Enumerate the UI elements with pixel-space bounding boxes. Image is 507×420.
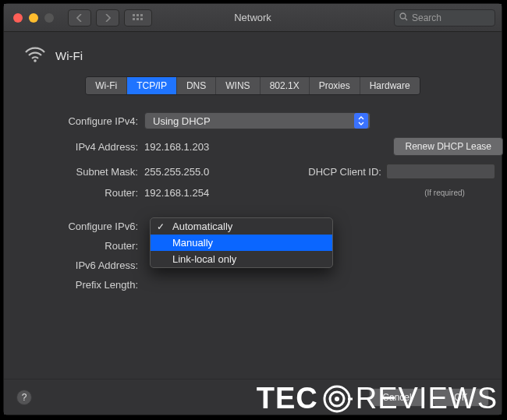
svg-rect-1 <box>136 14 139 16</box>
configure-ipv4-value: Using DHCP <box>153 115 211 127</box>
ipv6-address-label: IPv6 Address: <box>20 259 144 271</box>
checkmark-icon: ✓ <box>157 221 166 232</box>
ipv4-section: Configure IPv4: Using DHCP IPv4 Address:… <box>20 112 486 199</box>
configure-ipv6-dropdown[interactable]: ✓AutomaticallyManuallyLink-local only <box>150 217 333 268</box>
ok-button[interactable]: OK <box>433 388 489 407</box>
close-window-button[interactable] <box>13 13 23 23</box>
svg-rect-3 <box>133 18 135 20</box>
tab-8021x[interactable]: 802.1X <box>261 77 310 94</box>
ipv4-address-label: IPv4 Address: <box>20 141 144 153</box>
cancel-button[interactable]: Cancel <box>369 388 425 407</box>
svg-line-7 <box>405 18 407 20</box>
help-button[interactable]: ? <box>16 390 32 405</box>
toolbar-nav <box>68 9 152 26</box>
svg-point-6 <box>400 13 406 19</box>
if-required-label: (If required) <box>424 189 465 197</box>
configure-ipv6-label: Configure IPv6: <box>20 221 144 232</box>
pane-body: Wi-Fi Wi-FiTCP/IPDNSWINS802.1XProxiesHar… <box>4 32 502 303</box>
svg-point-8 <box>34 59 37 62</box>
subnet-mask-label: Subnet Mask: <box>20 166 144 178</box>
titlebar: Network <box>4 4 502 32</box>
ipv6-option-automatically[interactable]: ✓Automatically <box>151 218 332 235</box>
tab-proxies[interactable]: Proxies <box>310 77 360 94</box>
ipv4-router-label: Router: <box>20 187 144 199</box>
svg-rect-2 <box>140 14 143 16</box>
option-label: Automatically <box>172 221 232 232</box>
ipv4-router-value: 192.168.1.254 <box>144 187 300 199</box>
ipv6-router-label: Router: <box>20 240 144 252</box>
tab-wins[interactable]: WINS <box>216 77 260 94</box>
tab-tcpip[interactable]: TCP/IP <box>127 77 177 94</box>
svg-rect-4 <box>136 18 139 20</box>
wifi-icon <box>24 46 46 65</box>
network-preferences-window: Network Wi-Fi Wi-FiTCP/IPDNSWINS802.1XPr… <box>3 3 502 415</box>
ipv6-option-link-local-only[interactable]: Link-local only <box>151 251 332 267</box>
configure-ipv4-label: Configure IPv4: <box>20 115 144 127</box>
footer: ? Cancel OK <box>4 379 502 415</box>
forward-button[interactable] <box>96 9 119 26</box>
dhcp-client-id-input[interactable] <box>386 164 495 179</box>
service-name: Wi-Fi <box>55 49 83 62</box>
traffic-lights <box>13 13 54 23</box>
configure-ipv4-popup[interactable]: Using DHCP <box>144 112 370 129</box>
minimize-window-button[interactable] <box>29 13 38 23</box>
search-field[interactable] <box>394 9 495 26</box>
dhcp-client-id-label: DHCP Client ID: <box>300 166 386 178</box>
prefix-length-label: Prefix Length: <box>20 279 144 291</box>
zoom-window-button[interactable] <box>44 13 54 23</box>
tab-wifi[interactable]: Wi-Fi <box>86 77 127 94</box>
ipv6-option-manually[interactable]: Manually <box>151 235 332 251</box>
back-button[interactable] <box>68 9 91 26</box>
ipv6-section: Configure IPv6: Router: IPv6 Address: Pr… <box>20 221 486 291</box>
svg-rect-5 <box>140 18 143 20</box>
tab-dns[interactable]: DNS <box>177 77 216 94</box>
ipv4-address-value: 192.168.1.203 <box>144 141 300 153</box>
tab-hardware[interactable]: Hardware <box>360 77 420 94</box>
svg-rect-0 <box>133 14 135 16</box>
option-label: Manually <box>172 237 213 249</box>
search-input[interactable] <box>412 12 490 23</box>
popup-arrows-icon <box>354 113 368 129</box>
show-all-button[interactable] <box>124 9 152 26</box>
subnet-mask-value: 255.255.255.0 <box>144 166 300 178</box>
tabs: Wi-FiTCP/IPDNSWINS802.1XProxiesHardware <box>20 76 486 95</box>
search-icon <box>399 12 408 23</box>
service-header: Wi-Fi <box>24 46 486 65</box>
option-label: Link-local only <box>172 253 236 265</box>
renew-dhcp-lease-button[interactable]: Renew DHCP Lease <box>393 137 503 156</box>
